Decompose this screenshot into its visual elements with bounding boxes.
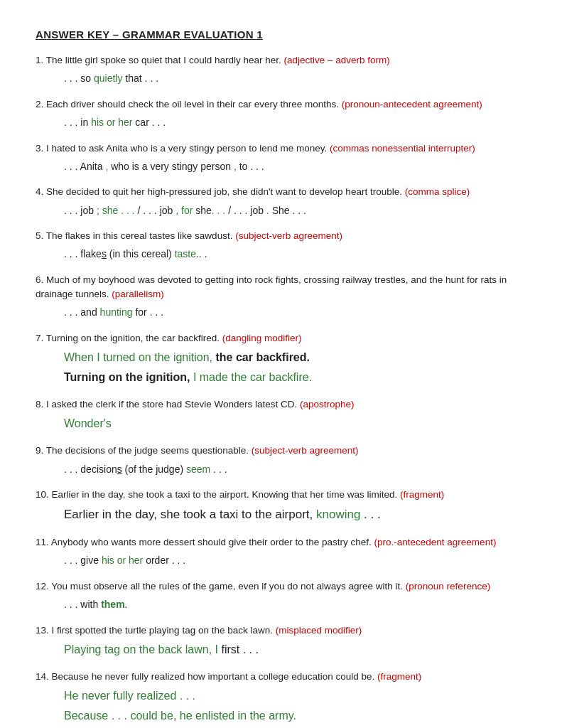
answer-line: . . . in his or her car . . . bbox=[36, 114, 526, 132]
question-text: 10. Earlier in the day, she took a taxi … bbox=[36, 488, 526, 502]
question-block: 13. I first spotted the turtle playing t… bbox=[36, 623, 526, 660]
question-block: 11. Anybody who wants more dessert shoul… bbox=[36, 535, 526, 569]
question-text: 7. Turning on the ignition, the car back… bbox=[36, 331, 526, 346]
question-text: 6. Much of my boyhood was devoted to get… bbox=[36, 273, 526, 302]
question-block: 2. Each driver should check the oil leve… bbox=[36, 97, 526, 132]
answer-line: Wonder's bbox=[36, 414, 526, 434]
question-text: 8. I asked the clerk if the store had St… bbox=[36, 397, 526, 412]
answer-line: . . . decisions (of the judge) seem . . … bbox=[36, 461, 526, 478]
question-block: 12. You must observe all the rules of th… bbox=[36, 579, 526, 614]
question-text: 3. I hated to ask Anita who is a very st… bbox=[36, 141, 526, 156]
answer-line: . . . so quietly that . . . bbox=[36, 70, 526, 87]
question-block: 5. The flakes in this cereal tastes like… bbox=[36, 229, 526, 263]
answer-line: . . . job ; she . . . / . . . job , for … bbox=[36, 202, 526, 220]
question-text: 12. You must observe all the rules of th… bbox=[36, 579, 526, 594]
question-text: 4. She decided to quit her high-pressure… bbox=[36, 185, 526, 199]
question-text: 5. The flakes in this cereal tastes like… bbox=[36, 229, 526, 243]
question-block: 6. Much of my boyhood was devoted to get… bbox=[36, 273, 526, 321]
answer-line: Earlier in the day, she took a taxi to t… bbox=[36, 504, 526, 525]
question-block: 1. The little girl spoke so quiet that I… bbox=[36, 53, 526, 87]
question-block: 14. Because he never fully realized how … bbox=[36, 670, 526, 726]
question-text: 13. I first spotted the turtle playing t… bbox=[36, 623, 526, 638]
question-block: 9. The decisions of the judge seems ques… bbox=[36, 444, 526, 478]
question-text: 9. The decisions of the judge seems ques… bbox=[36, 444, 526, 458]
question-block: 8. I asked the clerk if the store had St… bbox=[36, 397, 526, 434]
question-text: 14. Because he never fully realized how … bbox=[36, 670, 526, 684]
answer-line: Playing tag on the back lawn, I first . … bbox=[36, 640, 526, 660]
question-block: 3. I hated to ask Anita who is a very st… bbox=[36, 141, 526, 176]
answer-line: . . . flakes (in this cereal) taste.. . bbox=[36, 245, 526, 263]
answer-line: . . . and hunting for . . . bbox=[36, 304, 526, 321]
answer-line: Turning on the ignition, I made the car … bbox=[36, 368, 526, 387]
answer-line: . . . with them. bbox=[36, 596, 526, 614]
question-text: 1. The little girl spoke so quiet that I… bbox=[36, 53, 526, 68]
question-block: 4. She decided to quit her high-pressure… bbox=[36, 185, 526, 219]
question-block: 7. Turning on the ignition, the car back… bbox=[36, 331, 526, 387]
answer-line: He never fully realized . . . bbox=[36, 686, 526, 706]
page-title: ANSWER KEY – GRAMMAR EVALUATION 1 bbox=[36, 28, 526, 41]
question-text: 11. Anybody who wants more dessert shoul… bbox=[36, 535, 526, 550]
question-text: 2. Each driver should check the oil leve… bbox=[36, 97, 526, 112]
question-block: 10. Earlier in the day, she took a taxi … bbox=[36, 488, 526, 525]
main-content: 1. The little girl spoke so quiet that I… bbox=[36, 53, 526, 728]
answer-line: . . . Anita , who is a very stingy perso… bbox=[36, 158, 526, 176]
answer-line: . . . give his or her order . . . bbox=[36, 552, 526, 569]
answer-line: When I turned on the ignition, the car b… bbox=[36, 348, 526, 368]
answer-line: Because . . . could be, he enlisted in t… bbox=[36, 706, 526, 726]
